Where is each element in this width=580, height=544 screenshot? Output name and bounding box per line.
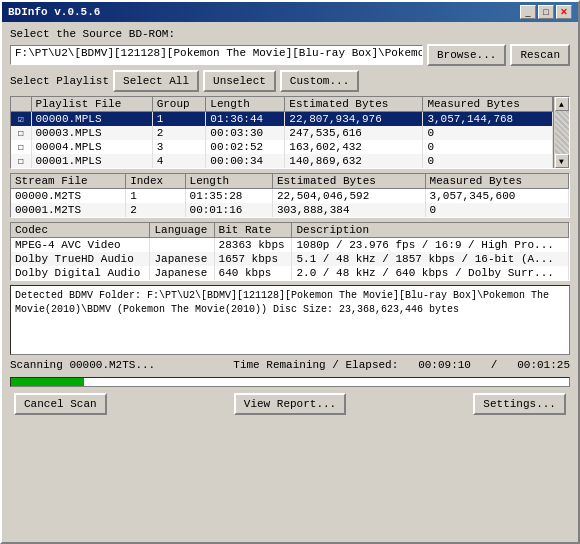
- status-row: Scanning 00000.M2TS... Time Remaining / …: [10, 359, 570, 371]
- playlist-file: 00001.MPLS: [31, 154, 152, 168]
- codec-name: Dolby TrueHD Audio: [11, 252, 150, 266]
- playlist-measured: 3,057,144,768: [423, 112, 553, 127]
- source-row: F:\PT\U2\[BDMV][121128][Pokemon The Movi…: [10, 44, 570, 66]
- playlist-col-checkbox: [11, 97, 31, 112]
- playlist-length: 00:00:34: [206, 154, 285, 168]
- stream-col-length: Length: [185, 174, 272, 189]
- codec-description: 2.0 / 48 kHz / 640 kbps / Dolby Surr...: [292, 266, 569, 280]
- playlist-panel: Playlist File Group Length Estimated Byt…: [10, 96, 570, 169]
- scanning-text: Scanning 00000.M2TS...: [10, 359, 155, 371]
- playlist-measured: 0: [423, 140, 553, 154]
- stream-col-file: Stream File: [11, 174, 126, 189]
- time-display: Time Remaining / Elapsed: 00:09:10 / 00:…: [233, 359, 570, 371]
- stream-row: 00001.M2TS 2 00:01:16 303,888,384 0: [11, 203, 569, 217]
- codec-row: Dolby Digital Audio Japanese 640 kbps 2.…: [11, 266, 569, 280]
- codec-language: Japanese: [150, 266, 214, 280]
- source-label: Select the Source BD-ROM:: [10, 28, 570, 40]
- cancel-scan-button[interactable]: Cancel Scan: [14, 393, 107, 415]
- source-path[interactable]: F:\PT\U2\[BDMV][121128][Pokemon The Movi…: [10, 45, 423, 65]
- codec-bitrate: 28363 kbps: [214, 238, 292, 253]
- close-button[interactable]: ✕: [556, 5, 572, 19]
- codec-bitrate: 640 kbps: [214, 266, 292, 280]
- playlist-length: 00:02:52: [206, 140, 285, 154]
- bottom-buttons: Cancel Scan View Report... Settings...: [10, 393, 570, 415]
- playlist-length: 01:36:44: [206, 112, 285, 127]
- playlist-controls-row: Select Playlist Select All Unselect Cust…: [10, 70, 570, 92]
- stream-row: 00000.M2TS 1 01:35:28 22,504,046,592 3,0…: [11, 189, 569, 204]
- playlist-col-file: Playlist File: [31, 97, 152, 112]
- playlist-row[interactable]: ☐ 00001.MPLS 4 00:00:34 140,869,632 0: [11, 154, 553, 168]
- codec-col-description: Description: [292, 223, 569, 238]
- playlist-col-length: Length: [206, 97, 285, 112]
- codec-description: 5.1 / 48 kHz / 1857 kbps / 16-bit (A...: [292, 252, 569, 266]
- codec-panel: Codec Language Bit Rate Description MPEG…: [10, 222, 570, 281]
- log-area: Detected BDMV Folder: F:\PT\U2\[BDMV][12…: [10, 285, 570, 355]
- playlist-checkbox[interactable]: ☐: [11, 126, 31, 140]
- stream-estimated: 22,504,046,592: [272, 189, 425, 204]
- codec-name: MPEG-4 AVC Video: [11, 238, 150, 253]
- scroll-down-arrow[interactable]: ▼: [555, 154, 569, 168]
- time-separator: /: [491, 359, 498, 371]
- stream-panel: Stream File Index Length Estimated Bytes…: [10, 173, 570, 218]
- codec-col-language: Language: [150, 223, 214, 238]
- unselect-button[interactable]: Unselect: [203, 70, 276, 92]
- playlist-group: 3: [152, 140, 206, 154]
- playlist-row[interactable]: ☑ 00000.MPLS 1 01:36:44 22,807,934,976 3…: [11, 112, 553, 127]
- window-title: BDInfo v.0.5.6: [8, 6, 100, 18]
- custom-button[interactable]: Custom...: [280, 70, 359, 92]
- playlist-length: 00:03:30: [206, 126, 285, 140]
- codec-row: MPEG-4 AVC Video 28363 kbps 1080p / 23.9…: [11, 238, 569, 253]
- codec-row: Dolby TrueHD Audio Japanese 1657 kbps 5.…: [11, 252, 569, 266]
- window-controls: _ □ ✕: [520, 5, 572, 19]
- stream-measured: 3,057,345,600: [425, 189, 568, 204]
- playlist-measured: 0: [423, 154, 553, 168]
- progress-bar-fill: [11, 378, 84, 386]
- playlist-estimated: 163,602,432: [285, 140, 423, 154]
- select-all-button[interactable]: Select All: [113, 70, 199, 92]
- codec-bitrate: 1657 kbps: [214, 252, 292, 266]
- stream-col-measured: Measured Bytes: [425, 174, 568, 189]
- maximize-button[interactable]: □: [538, 5, 554, 19]
- time-label: Time Remaining / Elapsed:: [233, 359, 398, 371]
- scroll-track[interactable]: [555, 111, 569, 154]
- playlist-checkbox[interactable]: ☐: [11, 154, 31, 168]
- playlist-group: 2: [152, 126, 206, 140]
- playlist-col-estimated: Estimated Bytes: [285, 97, 423, 112]
- playlist-file: 00000.MPLS: [31, 112, 152, 127]
- rescan-button[interactable]: Rescan: [510, 44, 570, 66]
- playlist-estimated: 22,807,934,976: [285, 112, 423, 127]
- title-bar: BDInfo v.0.5.6 _ □ ✕: [2, 2, 578, 22]
- playlist-group: 1: [152, 112, 206, 127]
- stream-file: 00000.M2TS: [11, 189, 126, 204]
- playlist-estimated: 140,869,632: [285, 154, 423, 168]
- codec-language: Japanese: [150, 252, 214, 266]
- codec-description: 1080p / 23.976 fps / 16:9 / High Pro...: [292, 238, 569, 253]
- stream-table: Stream File Index Length Estimated Bytes…: [11, 174, 569, 217]
- playlist-checkbox[interactable]: ☐: [11, 140, 31, 154]
- time-remaining: 00:09:10: [418, 359, 471, 371]
- playlist-table: Playlist File Group Length Estimated Byt…: [11, 97, 553, 168]
- codec-col-bitrate: Bit Rate: [214, 223, 292, 238]
- playlist-row[interactable]: ☐ 00004.MPLS 3 00:02:52 163,602,432 0: [11, 140, 553, 154]
- playlist-file: 00004.MPLS: [31, 140, 152, 154]
- scroll-up-arrow[interactable]: ▲: [555, 97, 569, 111]
- playlist-label: Select Playlist: [10, 75, 109, 87]
- stream-measured: 0: [425, 203, 568, 217]
- playlist-col-group: Group: [152, 97, 206, 112]
- codec-name: Dolby Digital Audio: [11, 266, 150, 280]
- playlist-file: 00003.MPLS: [31, 126, 152, 140]
- playlist-row[interactable]: ☐ 00003.MPLS 2 00:03:30 247,535,616 0: [11, 126, 553, 140]
- playlist-measured: 0: [423, 126, 553, 140]
- stream-index: 1: [126, 189, 185, 204]
- view-report-button[interactable]: View Report...: [234, 393, 346, 415]
- browse-button[interactable]: Browse...: [427, 44, 506, 66]
- codec-language: [150, 238, 214, 253]
- progress-bar-container: [10, 377, 570, 387]
- playlist-scrollbar[interactable]: ▲ ▼: [553, 97, 569, 168]
- settings-button[interactable]: Settings...: [473, 393, 566, 415]
- playlist-col-measured: Measured Bytes: [423, 97, 553, 112]
- playlist-group: 4: [152, 154, 206, 168]
- time-elapsed: 00:01:25: [517, 359, 570, 371]
- minimize-button[interactable]: _: [520, 5, 536, 19]
- playlist-checkbox[interactable]: ☑: [11, 112, 31, 127]
